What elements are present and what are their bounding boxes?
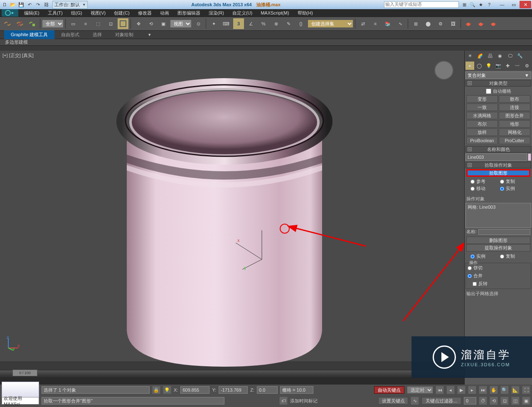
keyboard-shortcut-icon[interactable]: ⌨: [220, 18, 232, 30]
time-tag-icon[interactable]: 🏷: [279, 397, 288, 405]
lights-icon[interactable]: 💡: [485, 62, 493, 70]
menu-animation[interactable]: 动画: [156, 9, 173, 17]
menu-rendering[interactable]: 渲染(R): [204, 9, 228, 17]
viewport-region-icon[interactable]: ◫: [511, 397, 520, 405]
btn-mesher[interactable]: 网格化: [499, 128, 530, 136]
rollout-object-type[interactable]: -对象类型: [466, 80, 531, 86]
material-icon[interactable]: ⬤: [422, 18, 434, 30]
tab-selection[interactable]: 选择: [86, 30, 108, 39]
autogrid-checkbox[interactable]: 自动栅格: [466, 87, 530, 95]
schematic-icon[interactable]: ⊞: [410, 18, 421, 30]
viewport-pan-icon[interactable]: ✋: [490, 386, 498, 394]
menu-graph-editors[interactable]: 图形编辑器: [173, 9, 204, 17]
pivot-icon[interactable]: ⊙: [192, 18, 204, 30]
menu-customize[interactable]: 自定义(U): [228, 9, 256, 17]
btn-blobmesh[interactable]: 水滴网格: [466, 112, 498, 119]
hierarchy-icon[interactable]: 品: [485, 52, 495, 60]
operand-name-field[interactable]: [478, 229, 530, 235]
btn-proboolean[interactable]: ProBoolean: [466, 137, 498, 144]
viewport-label[interactable]: [+] [正交] [真实]: [2, 52, 34, 59]
edit-named-set-icon[interactable]: ✎: [283, 18, 294, 30]
pick-shape-button[interactable]: 拾取图形: [466, 169, 530, 177]
viewport-orbit-icon[interactable]: ⟲: [490, 397, 498, 405]
btn-conform[interactable]: 一致: [466, 104, 498, 111]
x-coord[interactable]: 609.855: [180, 386, 209, 394]
favorites-icon[interactable]: ★: [477, 1, 485, 8]
utilities-icon[interactable]: 🔧: [515, 52, 525, 60]
snap-toggle-icon[interactable]: 3: [233, 18, 244, 30]
delete-shape-button[interactable]: 删除图形: [466, 237, 530, 244]
unlink-icon[interactable]: [14, 18, 26, 30]
menu-group[interactable]: 组(G): [67, 9, 86, 17]
setkey-button[interactable]: 设置关键点: [378, 397, 408, 405]
radio-instance[interactable]: 实例: [500, 185, 526, 192]
rotate-icon[interactable]: ⟲: [145, 18, 157, 30]
play-icon[interactable]: ▶: [457, 386, 466, 394]
layer-icon[interactable]: 📚: [382, 18, 394, 30]
menu-create[interactable]: 创建(C): [110, 9, 133, 17]
autokey-button[interactable]: 自动关键点: [374, 386, 404, 394]
select-object-icon[interactable]: [117, 18, 129, 30]
render-production-icon[interactable]: 🫖: [463, 18, 474, 30]
btn-connect[interactable]: 连接: [499, 104, 530, 111]
timeline[interactable]: 0 / 100: [0, 370, 464, 377]
time-slider-handle[interactable]: 0 / 100: [12, 370, 37, 376]
move-icon[interactable]: ✥: [133, 18, 144, 30]
menu-views[interactable]: 视图(V): [86, 9, 110, 17]
time-config-icon[interactable]: ⏱: [479, 397, 487, 405]
systems-icon[interactable]: ⚙: [522, 62, 531, 70]
spinner-snap-icon[interactable]: ⊕: [270, 18, 282, 30]
btn-terrain[interactable]: 地形: [499, 120, 530, 128]
add-time-tag[interactable]: 添加时间标记: [290, 398, 318, 404]
percent-snap-icon[interactable]: %: [258, 18, 269, 30]
z-coord[interactable]: 0.0: [257, 386, 278, 394]
subscriptions-icon[interactable]: 🔍: [469, 1, 476, 8]
qat-save-icon[interactable]: 💾: [17, 1, 25, 8]
render-frame-icon[interactable]: 🖼: [447, 18, 459, 30]
check-invert[interactable]: 反转: [473, 281, 529, 287]
radio-merge[interactable]: 合并: [468, 273, 529, 279]
prev-frame-icon[interactable]: ◂: [446, 386, 455, 394]
ref-coord-dropdown[interactable]: 视图: [170, 20, 192, 28]
tab-graphite[interactable]: Graphite 建模工具: [4, 30, 54, 39]
cameras-icon[interactable]: 📷: [494, 62, 503, 70]
named-selection-set[interactable]: 创建选择集: [308, 20, 353, 28]
exchange-icon[interactable]: ⊞: [461, 1, 468, 8]
radio-ext-copy[interactable]: 复制: [500, 253, 526, 259]
radio-cookie[interactable]: 饼切: [468, 265, 529, 271]
viewport-zoom-ext-icon[interactable]: ⊡: [500, 397, 509, 405]
scale-icon[interactable]: ▣: [158, 18, 169, 30]
object-name-input[interactable]: [466, 153, 527, 161]
qat-undo-icon[interactable]: ↶: [26, 1, 33, 8]
radio-copy[interactable]: 复制: [500, 178, 526, 185]
object-color-swatch[interactable]: [528, 153, 531, 161]
ribbon-sub[interactable]: 多边形建模: [0, 39, 532, 46]
qat-redo-icon[interactable]: ↷: [34, 1, 42, 8]
align-icon[interactable]: ≡: [369, 18, 381, 30]
qat-open-icon[interactable]: 📂: [9, 1, 17, 8]
operand-listbox[interactable]: 网格: Line003: [466, 203, 531, 228]
key-filters-button[interactable]: 关键点过滤器...: [421, 397, 461, 405]
radio-reference[interactable]: 参考: [470, 178, 497, 185]
prev-key-icon[interactable]: ⏮: [436, 386, 444, 394]
menu-edit[interactable]: 编辑(E): [20, 9, 44, 17]
select-by-name-icon[interactable]: ≡: [80, 18, 91, 30]
render-setup-icon[interactable]: ⚙: [435, 18, 446, 30]
sun-icon[interactable]: ☀: [466, 52, 475, 60]
next-frame-icon[interactable]: ▸: [468, 386, 476, 394]
next-key-icon[interactable]: ⏭: [479, 386, 487, 394]
manipulate-icon[interactable]: ✦: [208, 18, 219, 30]
viewport-zoom-icon[interactable]: 🔍: [500, 386, 509, 394]
menu-maxscript[interactable]: MAXScript(M): [256, 10, 293, 16]
menu-modifiers[interactable]: 修改器: [134, 9, 156, 17]
angle-snap-icon[interactable]: ∠: [245, 18, 257, 30]
ribbon-expand-icon[interactable]: ▾: [148, 32, 151, 37]
motion-icon[interactable]: ◉: [495, 52, 505, 60]
workspace-dropdown[interactable]: 工作台: 默认 ▼: [52, 1, 88, 9]
radio-move[interactable]: 移动: [470, 185, 497, 192]
viewport-max-icon[interactable]: ⛶: [522, 386, 530, 394]
geometry-icon[interactable]: ●: [466, 62, 474, 70]
maximize-button[interactable]: ▭: [508, 1, 520, 8]
tab-freeform[interactable]: 自由形式: [54, 30, 86, 39]
track-bar[interactable]: [0, 377, 464, 385]
